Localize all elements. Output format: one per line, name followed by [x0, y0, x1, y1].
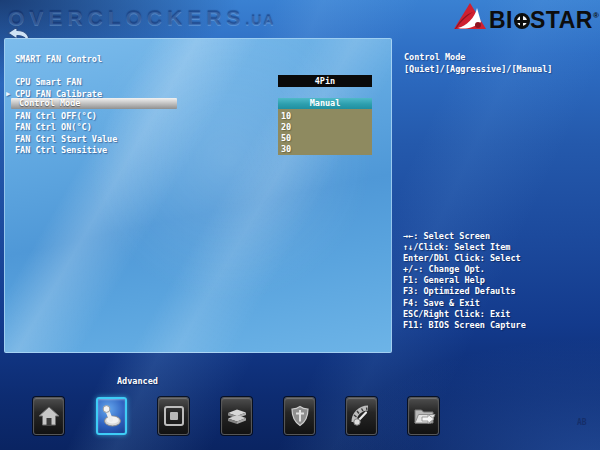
hint-change-opt: +/-: Change Opt.: [403, 264, 526, 275]
value-fan-ctrl-start-value[interactable]: 50: [281, 133, 291, 144]
watermark-suffix: .UA: [245, 12, 275, 28]
hint-opt-defaults: F3: Optimized Defaults: [403, 286, 526, 297]
storage-drives-icon: [225, 404, 249, 428]
menu-item-cpu-smart-fan[interactable]: CPU Smart FAN: [15, 77, 82, 88]
dock-item-chipset[interactable]: [158, 397, 189, 435]
value-fan-ctrl-off[interactable]: 10: [281, 111, 291, 122]
advanced-toggle-icon: [100, 404, 124, 428]
overclockers-watermark: OVERCLOCKERS.UA: [8, 6, 275, 30]
page-title: SMART FAN Control: [15, 54, 102, 64]
dock-item-storage[interactable]: [221, 397, 252, 435]
value-fan-ctrl-on[interactable]: 20: [281, 122, 291, 133]
help-item-title: Control Mode: [404, 52, 465, 62]
hint-esc-exit: ESC/Right Click: Exit: [403, 309, 526, 320]
value-cpu-smart-fan[interactable]: 4Pin: [278, 75, 372, 88]
submenu-arrow-icon: ▶: [6, 90, 10, 98]
biostar-triangle-icon: [453, 3, 486, 29]
hint-save-exit: F4: Save & Exit: [403, 298, 526, 309]
home-icon: [37, 404, 61, 428]
biostar-wordmark: BISTAR®: [489, 3, 599, 33]
help-item-options: [Quiet]/[Aggressive]/[Manual]: [404, 64, 552, 74]
save-exit-folder-icon: [412, 404, 436, 428]
value-control-mode[interactable]: Manual: [278, 98, 372, 109]
dock-item-monitor[interactable]: [346, 397, 377, 435]
hint-screen-capture: F11: BIOS Screen Capture: [403, 320, 526, 331]
hint-select-screen: →←: Select Screen: [403, 231, 526, 242]
dock-item-security[interactable]: [284, 397, 315, 435]
dock-item-advanced[interactable]: [96, 397, 127, 435]
menu-item-fan-ctrl-start-value[interactable]: FAN Ctrl Start Value: [15, 134, 117, 145]
selected-row-highlight[interactable]: Control Mode: [11, 98, 177, 109]
biostar-o-star-icon: [514, 13, 530, 29]
chipset-icon: [162, 404, 186, 428]
menu-item-fan-ctrl-off[interactable]: FAN Ctrl OFF(°C): [15, 111, 97, 122]
hw-monitor-gauge-icon: [350, 404, 374, 428]
dock-active-label: Advanced: [117, 376, 158, 386]
hint-enter-select: Enter/Dbl Click: Select: [403, 253, 526, 264]
version-code: AB: [577, 418, 587, 427]
menu-item-control-mode[interactable]: Control Mode: [19, 98, 80, 109]
hint-general-help: F1: General Help: [403, 275, 526, 286]
dock-item-save-exit[interactable]: [408, 397, 439, 435]
registered-mark: ®: [593, 11, 599, 20]
hint-select-item: ↑↓/Click: Select Item: [403, 242, 526, 253]
bios-screen: OVERCLOCKERS.UA BISTAR® SMART FAN Contro…: [0, 0, 600, 450]
watermark-text: OVERCLOCKERS: [8, 6, 245, 29]
dock-item-main[interactable]: [33, 397, 64, 435]
main-panel: SMART FAN Control CPU Smart FAN ▶ CPU FA…: [4, 38, 392, 353]
security-shield-icon: [288, 404, 312, 428]
menu-item-fan-ctrl-sensitive[interactable]: FAN Ctrl Sensitive: [15, 145, 107, 156]
value-fan-ctrl-sensitive[interactable]: 30: [281, 144, 291, 155]
biostar-logo: BISTAR®: [453, 3, 599, 33]
menu-item-fan-ctrl-on[interactable]: FAN Ctrl ON(°C): [15, 122, 92, 133]
value-column-box: Manual 10 20 50 30: [278, 98, 372, 155]
key-hints: →←: Select Screen ↑↓/Click: Select Item …: [403, 231, 526, 331]
